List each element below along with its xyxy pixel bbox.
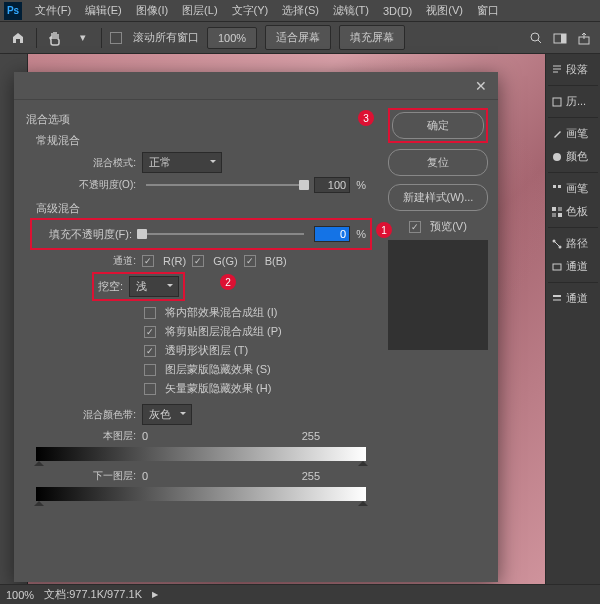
svg-rect-2 <box>561 34 566 43</box>
panel-brushes[interactable]: 画笔 <box>548 177 598 200</box>
menu-image[interactable]: 图像(I) <box>129 3 175 18</box>
app-logo: Ps <box>4 2 22 20</box>
svg-rect-4 <box>553 98 561 106</box>
channel-b-checkbox[interactable] <box>244 255 256 267</box>
fill-opacity-slider[interactable] <box>142 233 304 235</box>
panel-swatches[interactable]: 色板 <box>548 200 598 223</box>
opt2-checkbox[interactable] <box>144 326 156 338</box>
svg-rect-6 <box>553 185 556 188</box>
status-zoom[interactable]: 100% <box>6 589 34 601</box>
underlying-gradient[interactable] <box>36 487 366 501</box>
new-style-button[interactable]: 新建样式(W)... <box>388 184 488 211</box>
channel-g-checkbox[interactable] <box>192 255 204 267</box>
status-doc: 文档:977.1K/977.1K <box>44 587 142 602</box>
ok-button-highlight: 确定 <box>388 108 488 143</box>
general-blend-label: 常规混合 <box>36 133 366 148</box>
svg-rect-16 <box>553 299 561 301</box>
advanced-blend-label: 高级混合 <box>36 201 366 216</box>
fill-opacity-input[interactable]: 0 <box>314 226 350 242</box>
options-bar: ▾ 滚动所有窗口 100% 适合屏幕 填充屏幕 <box>0 22 600 54</box>
ok-button[interactable]: 确定 <box>392 112 484 139</box>
svg-point-5 <box>553 153 561 161</box>
channels-label: 通道: <box>36 254 136 268</box>
home-icon[interactable] <box>8 28 28 48</box>
blend-if-select[interactable]: 灰色 <box>142 404 192 425</box>
dialog-heading: 混合选项 <box>26 112 366 127</box>
fill-screen-button[interactable]: 填充屏幕 <box>339 25 405 50</box>
knockout-select[interactable]: 浅 <box>129 276 179 297</box>
scroll-all-checkbox[interactable] <box>110 32 122 44</box>
panel-paragraph[interactable]: 段落 <box>548 58 598 81</box>
menu-layer[interactable]: 图层(L) <box>175 3 224 18</box>
svg-rect-9 <box>558 207 562 211</box>
svg-rect-7 <box>558 185 561 188</box>
fill-opacity-highlight: 填充不透明度(F): 0 % <box>30 218 372 250</box>
svg-point-0 <box>531 33 539 41</box>
knockout-highlight: 挖空: 浅 <box>92 272 185 301</box>
menu-file[interactable]: 文件(F) <box>28 3 78 18</box>
underlying-label: 下一图层: <box>36 469 136 483</box>
menu-type[interactable]: 文字(Y) <box>225 3 276 18</box>
svg-rect-15 <box>553 295 561 297</box>
blend-mode-select[interactable]: 正常 <box>142 152 222 173</box>
blend-mode-label: 混合模式: <box>36 156 136 170</box>
menu-filter[interactable]: 滤镜(T) <box>326 3 376 18</box>
zoom-value[interactable]: 100% <box>207 27 257 49</box>
this-layer-gradient[interactable] <box>36 447 366 461</box>
svg-rect-14 <box>553 264 561 270</box>
panel-history[interactable]: 历... <box>548 90 598 113</box>
fill-opacity-label: 填充不透明度(F): <box>36 227 132 242</box>
knockout-label: 挖空: <box>98 279 123 294</box>
statusbar: 100% 文档:977.1K/977.1K ▶ <box>0 584 600 604</box>
menu-edit[interactable]: 编辑(E) <box>78 3 129 18</box>
opacity-input[interactable]: 100 <box>314 177 350 193</box>
menu-window[interactable]: 窗口 <box>470 3 506 18</box>
svg-rect-11 <box>558 213 562 217</box>
preview-label: 预览(V) <box>430 219 467 234</box>
opt3-checkbox[interactable] <box>144 345 156 357</box>
menu-select[interactable]: 选择(S) <box>275 3 326 18</box>
opt5-checkbox[interactable] <box>144 383 156 395</box>
percent-label: % <box>356 179 366 191</box>
blend-if-label: 混合颜色带: <box>36 408 136 422</box>
panel-channels[interactable]: 通道 <box>548 255 598 278</box>
chevron-down-icon[interactable]: ▾ <box>73 28 93 48</box>
panel-channels2[interactable]: 通道 <box>548 287 598 310</box>
preview-swatch <box>388 240 488 350</box>
hand-tool-icon[interactable] <box>45 28 65 48</box>
svg-rect-10 <box>552 213 556 217</box>
close-icon[interactable]: ✕ <box>470 75 492 97</box>
panel-color[interactable]: 颜色 <box>548 145 598 168</box>
blending-options-dialog: ✕ 混合选项 常规混合 混合模式: 正常 不透明度(O): 100 % 高级混合 <box>14 72 498 582</box>
menu-3d[interactable]: 3D(D) <box>376 5 419 17</box>
workspace-icon[interactable] <box>552 30 568 46</box>
channel-r-checkbox[interactable] <box>142 255 154 267</box>
opt1-checkbox[interactable] <box>144 307 156 319</box>
this-layer-label: 本图层: <box>36 429 136 443</box>
menubar: Ps 文件(F) 编辑(E) 图像(I) 图层(L) 文字(Y) 选择(S) 滤… <box>0 0 600 22</box>
scroll-all-label: 滚动所有窗口 <box>133 30 199 45</box>
menu-view[interactable]: 视图(V) <box>419 3 470 18</box>
fit-screen-button[interactable]: 适合屏幕 <box>265 25 331 50</box>
opt4-checkbox[interactable] <box>144 364 156 376</box>
opacity-label: 不透明度(O): <box>36 178 136 192</box>
panel-brush[interactable]: 画笔 <box>548 122 598 145</box>
preview-checkbox[interactable] <box>409 221 421 233</box>
svg-rect-8 <box>552 207 556 211</box>
reset-button[interactable]: 复位 <box>388 149 488 176</box>
search-icon[interactable] <box>528 30 544 46</box>
dialog-titlebar[interactable]: ✕ <box>14 72 498 100</box>
panel-paths[interactable]: 路径 <box>548 232 598 255</box>
share-icon[interactable] <box>576 30 592 46</box>
opacity-slider[interactable] <box>146 184 304 186</box>
annotation-badge-2: 2 <box>220 274 236 290</box>
panels-dock: 段落 历... 画笔 颜色 画笔 色板 路径 通道 通道 <box>545 54 600 604</box>
annotation-badge-3: 3 <box>358 110 374 126</box>
